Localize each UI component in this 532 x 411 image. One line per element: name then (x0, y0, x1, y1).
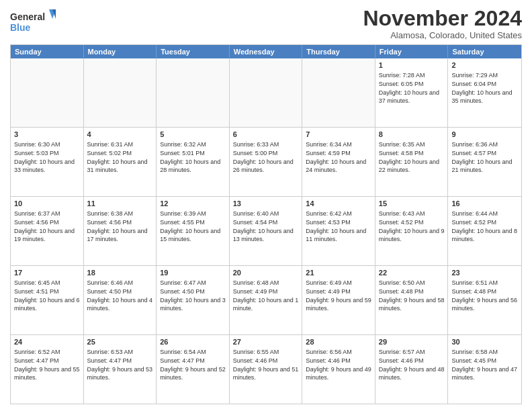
cal-cell-3-3: 20 Sunrise: 6:48 AMSunset: 4:49 PMDaylig… (230, 266, 303, 334)
cal-cell-2-6: 16 Sunrise: 6:44 AMSunset: 4:52 PMDaylig… (448, 197, 521, 265)
header-saturday: Saturday (448, 45, 521, 58)
cal-cell-1-5: 8 Sunrise: 6:35 AMSunset: 4:58 PMDayligh… (375, 128, 449, 196)
cell-info: Sunrise: 6:37 AMSunset: 4:56 PMDaylight:… (14, 210, 75, 242)
cal-cell-0-3 (230, 58, 303, 127)
header: General Blue November 2024 Alamosa, Colo… (10, 7, 522, 40)
cal-cell-0-4 (302, 58, 375, 127)
cell-info: Sunrise: 6:46 AMSunset: 4:50 PMDaylight:… (87, 279, 153, 312)
day-number: 18 (87, 268, 153, 278)
cal-cell-3-1: 18 Sunrise: 6:46 AMSunset: 4:50 PMDaylig… (84, 266, 157, 334)
cal-cell-4-0: 24 Sunrise: 6:52 AMSunset: 4:47 PMDaylig… (11, 335, 84, 404)
day-number: 8 (379, 130, 445, 140)
day-number: 12 (160, 199, 226, 209)
cal-cell-2-4: 14 Sunrise: 6:42 AMSunset: 4:53 PMDaylig… (302, 197, 375, 265)
cal-cell-4-2: 26 Sunrise: 6:54 AMSunset: 4:47 PMDaylig… (157, 335, 230, 404)
subtitle: Alamosa, Colorado, United States (363, 30, 522, 40)
day-number: 29 (379, 337, 445, 347)
day-number: 9 (451, 130, 518, 140)
day-number: 6 (233, 130, 299, 140)
month-title: November 2024 (363, 7, 522, 30)
cell-info: Sunrise: 6:40 AMSunset: 4:54 PMDaylight:… (233, 210, 294, 242)
header-sunday: Sunday (11, 45, 84, 58)
cal-cell-2-0: 10 Sunrise: 6:37 AMSunset: 4:56 PMDaylig… (11, 197, 84, 265)
day-number: 26 (160, 337, 226, 347)
cell-info: Sunrise: 6:55 AMSunset: 4:46 PMDaylight:… (233, 349, 299, 381)
cal-cell-1-3: 6 Sunrise: 6:33 AMSunset: 5:00 PMDayligh… (230, 128, 303, 196)
day-number: 21 (306, 268, 371, 278)
cal-cell-2-3: 13 Sunrise: 6:40 AMSunset: 4:54 PMDaylig… (230, 197, 303, 265)
cal-cell-1-6: 9 Sunrise: 6:36 AMSunset: 4:57 PMDayligh… (448, 128, 521, 196)
cell-info: Sunrise: 6:48 AMSunset: 4:49 PMDaylight:… (233, 279, 299, 312)
cal-cell-4-3: 27 Sunrise: 6:55 AMSunset: 4:46 PMDaylig… (230, 335, 303, 404)
cell-info: Sunrise: 6:43 AMSunset: 4:52 PMDaylight:… (379, 210, 445, 242)
cal-cell-0-2 (157, 58, 230, 127)
cell-info: Sunrise: 6:35 AMSunset: 4:58 PMDaylight:… (379, 141, 439, 173)
cal-cell-3-5: 22 Sunrise: 6:50 AMSunset: 4:48 PMDaylig… (375, 266, 449, 334)
cell-info: Sunrise: 6:52 AMSunset: 4:47 PMDaylight:… (14, 349, 80, 381)
cell-info: Sunrise: 6:31 AMSunset: 5:02 PMDaylight:… (87, 141, 148, 173)
day-number: 14 (306, 199, 371, 209)
header-wednesday: Wednesday (230, 45, 303, 58)
header-thursday: Thursday (302, 45, 375, 58)
week-row-5: 24 Sunrise: 6:52 AMSunset: 4:47 PMDaylig… (11, 334, 521, 404)
cal-cell-1-1: 4 Sunrise: 6:31 AMSunset: 5:02 PMDayligh… (84, 128, 157, 196)
day-number: 10 (14, 199, 80, 209)
week-row-3: 10 Sunrise: 6:37 AMSunset: 4:56 PMDaylig… (11, 196, 521, 265)
day-number: 15 (379, 199, 445, 209)
cal-cell-3-6: 23 Sunrise: 6:51 AMSunset: 4:48 PMDaylig… (448, 266, 521, 334)
cell-info: Sunrise: 6:53 AMSunset: 4:47 PMDaylight:… (87, 349, 153, 381)
cal-cell-2-1: 11 Sunrise: 6:38 AMSunset: 4:56 PMDaylig… (84, 197, 157, 265)
cell-info: Sunrise: 6:42 AMSunset: 4:53 PMDaylight:… (306, 210, 366, 242)
cell-info: Sunrise: 6:58 AMSunset: 4:45 PMDaylight:… (451, 349, 517, 381)
header-friday: Friday (375, 45, 449, 58)
header-tuesday: Tuesday (157, 45, 230, 58)
logo-svg: General Blue (10, 7, 57, 36)
cal-cell-3-4: 21 Sunrise: 6:49 AMSunset: 4:49 PMDaylig… (302, 266, 375, 334)
cal-cell-0-6: 2 Sunrise: 7:29 AMSunset: 6:04 PMDayligh… (448, 58, 521, 127)
cell-info: Sunrise: 7:29 AMSunset: 6:04 PMDaylight:… (451, 72, 512, 104)
day-number: 30 (451, 337, 518, 347)
day-number: 5 (160, 130, 226, 140)
cal-cell-3-0: 17 Sunrise: 6:45 AMSunset: 4:51 PMDaylig… (11, 266, 84, 334)
cal-cell-3-2: 19 Sunrise: 6:47 AMSunset: 4:50 PMDaylig… (157, 266, 230, 334)
day-number: 22 (379, 268, 445, 278)
day-number: 28 (306, 337, 371, 347)
cal-cell-1-2: 5 Sunrise: 6:32 AMSunset: 5:01 PMDayligh… (157, 128, 230, 196)
cell-info: Sunrise: 6:33 AMSunset: 5:00 PMDaylight:… (233, 141, 294, 173)
cell-info: Sunrise: 6:51 AMSunset: 4:48 PMDaylight:… (451, 279, 517, 312)
day-number: 16 (451, 199, 518, 209)
logo: General Blue (10, 7, 57, 36)
title-block: November 2024 Alamosa, Colorado, United … (363, 7, 522, 40)
cal-cell-1-4: 7 Sunrise: 6:34 AMSunset: 4:59 PMDayligh… (302, 128, 375, 196)
week-row-2: 3 Sunrise: 6:30 AMSunset: 5:03 PMDayligh… (11, 127, 521, 196)
cal-cell-2-5: 15 Sunrise: 6:43 AMSunset: 4:52 PMDaylig… (375, 197, 449, 265)
day-number: 1 (379, 60, 445, 71)
day-number: 25 (87, 337, 153, 347)
day-number: 7 (306, 130, 371, 140)
week-row-4: 17 Sunrise: 6:45 AMSunset: 4:51 PMDaylig… (11, 265, 521, 334)
cell-info: Sunrise: 6:50 AMSunset: 4:48 PMDaylight:… (379, 279, 445, 312)
day-number: 20 (233, 268, 299, 278)
day-number: 24 (14, 337, 80, 347)
cell-info: Sunrise: 6:32 AMSunset: 5:01 PMDaylight:… (160, 141, 220, 173)
cell-info: Sunrise: 6:45 AMSunset: 4:51 PMDaylight:… (14, 279, 80, 312)
day-number: 11 (87, 199, 153, 209)
cal-cell-0-5: 1 Sunrise: 7:28 AMSunset: 6:05 PMDayligh… (375, 58, 449, 127)
cell-info: Sunrise: 6:44 AMSunset: 4:52 PMDaylight:… (451, 210, 517, 242)
cell-info: Sunrise: 6:57 AMSunset: 4:46 PMDaylight:… (379, 349, 445, 381)
cell-info: Sunrise: 6:30 AMSunset: 5:03 PMDaylight:… (14, 141, 75, 173)
day-number: 27 (233, 337, 299, 347)
cell-info: Sunrise: 6:34 AMSunset: 4:59 PMDaylight:… (306, 141, 366, 173)
cell-info: Sunrise: 6:36 AMSunset: 4:57 PMDaylight:… (451, 141, 512, 173)
day-number: 23 (451, 268, 518, 278)
svg-text:Blue: Blue (10, 22, 31, 33)
calendar-body: 1 Sunrise: 7:28 AMSunset: 6:05 PMDayligh… (11, 58, 521, 404)
day-number: 4 (87, 130, 153, 140)
cal-cell-4-1: 25 Sunrise: 6:53 AMSunset: 4:47 PMDaylig… (84, 335, 157, 404)
cell-info: Sunrise: 7:28 AMSunset: 6:05 PMDaylight:… (379, 72, 439, 104)
cell-info: Sunrise: 6:49 AMSunset: 4:49 PMDaylight:… (306, 279, 371, 312)
cell-info: Sunrise: 6:54 AMSunset: 4:47 PMDaylight:… (160, 349, 226, 381)
cal-cell-4-4: 28 Sunrise: 6:56 AMSunset: 4:46 PMDaylig… (302, 335, 375, 404)
cal-cell-0-1 (84, 58, 157, 127)
week-row-1: 1 Sunrise: 7:28 AMSunset: 6:05 PMDayligh… (11, 58, 521, 127)
